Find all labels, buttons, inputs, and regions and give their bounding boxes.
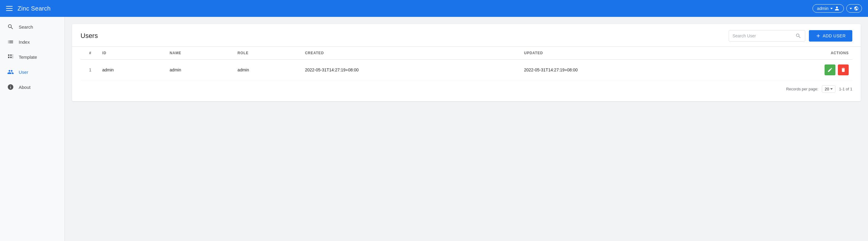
add-user-label: ADD USER <box>823 33 846 38</box>
cell-created: 2022-05-31T14:27:19+08:00 <box>301 60 520 80</box>
sidebar-item-search[interactable]: Search <box>0 19 65 34</box>
app-title: Zinc Search <box>18 5 51 12</box>
delete-icon <box>841 67 846 73</box>
user-settings-icon <box>835 6 839 11</box>
page-info: 1-1 of 1 <box>839 87 852 91</box>
index-icon <box>7 39 14 45</box>
records-per-page-label: Records per page: <box>786 87 818 91</box>
users-card: Users ADD USER # <box>72 24 861 101</box>
cell-num: 1 <box>81 60 99 80</box>
page-header: Users ADD USER <box>81 30 852 42</box>
layout: Search Index Template User About <box>0 17 868 241</box>
cell-actions <box>740 60 852 80</box>
topbar-right: admin <box>812 4 862 13</box>
user-menu-button[interactable]: admin <box>812 4 844 13</box>
table-body: 1 admin admin admin 2022-05-31T14:27:19+… <box>81 60 852 80</box>
sidebar-template-label: Template <box>19 55 37 60</box>
globe-icon <box>854 6 859 11</box>
edit-icon <box>827 67 833 73</box>
col-actions: ACTIONS <box>740 47 852 60</box>
action-buttons <box>743 65 849 75</box>
table-header-row: # ID NAME ROLE CREATED UPDATED ACTIONS <box>81 47 852 60</box>
page-title: Users <box>81 32 98 40</box>
delete-button[interactable] <box>838 65 849 75</box>
col-updated: UPDATED <box>520 47 739 60</box>
users-table: # ID NAME ROLE CREATED UPDATED ACTIONS 1… <box>81 47 852 80</box>
pagination-row: Records per page: 20 1-1 of 1 <box>81 85 852 93</box>
col-id: ID <box>99 47 166 60</box>
language-button[interactable] <box>846 4 862 13</box>
sidebar-index-label: Index <box>19 39 30 44</box>
topbar: Zinc Search admin <box>0 0 868 17</box>
sidebar: Search Index Template User About <box>0 17 65 241</box>
table-head: # ID NAME ROLE CREATED UPDATED ACTIONS <box>81 47 852 60</box>
cell-role: admin <box>234 60 302 80</box>
template-icon <box>7 54 14 60</box>
header-actions: ADD USER <box>728 30 852 42</box>
search-icon <box>795 33 801 39</box>
sidebar-item-about[interactable]: About <box>0 79 65 95</box>
menu-hamburger-icon[interactable] <box>6 6 13 11</box>
col-created: CREATED <box>301 47 520 60</box>
edit-button[interactable] <box>825 65 835 75</box>
sidebar-item-index[interactable]: Index <box>0 34 65 49</box>
sidebar-item-user[interactable]: User <box>0 65 65 79</box>
user-label: admin <box>817 6 829 11</box>
search-box <box>728 30 805 42</box>
about-info-icon <box>7 84 14 90</box>
per-page-select[interactable]: 20 <box>822 85 835 93</box>
user-person-icon <box>7 69 14 75</box>
per-page-chevron-icon <box>830 88 833 90</box>
user-chevron-icon <box>830 8 833 9</box>
sidebar-about-label: About <box>19 84 30 90</box>
cell-updated: 2022-05-31T14:27:19+08:00 <box>520 60 739 80</box>
sidebar-user-label: User <box>19 70 28 75</box>
col-num: # <box>81 47 99 60</box>
sidebar-search-label: Search <box>19 24 33 30</box>
plus-icon <box>815 33 821 39</box>
per-page-value: 20 <box>825 87 829 91</box>
col-name: NAME <box>166 47 234 60</box>
topbar-left: Zinc Search <box>6 5 51 12</box>
search-icon <box>7 24 14 30</box>
col-role: ROLE <box>234 47 302 60</box>
cell-id: admin <box>99 60 166 80</box>
search-input[interactable] <box>733 33 793 38</box>
sidebar-item-template[interactable]: Template <box>0 49 65 65</box>
cell-name: admin <box>166 60 234 80</box>
main-content: Users ADD USER # <box>65 17 868 241</box>
table-row: 1 admin admin admin 2022-05-31T14:27:19+… <box>81 60 852 80</box>
lang-chevron-icon <box>849 8 852 9</box>
add-user-button[interactable]: ADD USER <box>809 30 852 42</box>
